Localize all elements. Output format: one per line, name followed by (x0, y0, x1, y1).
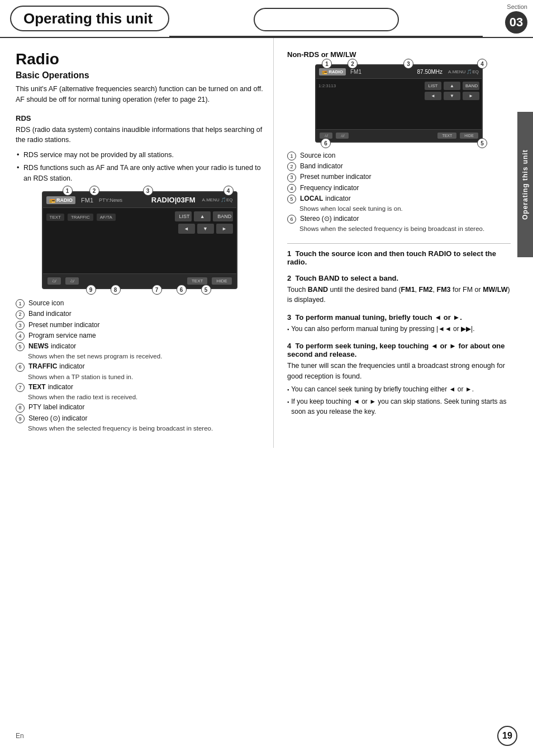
callout-2: 2 (89, 186, 99, 196)
left-column: Radio Basic Operations This unit's AF (a… (0, 38, 274, 448)
step-1: 1 Touch the source icon and then touch R… (287, 249, 511, 266)
step-4-bullet-2: If you keep touching ◄ or ► you can skip… (287, 396, 511, 417)
intro-text: This unit's AF (alternative frequencies … (16, 84, 263, 105)
nrds-ind-1: 1 Source icon (287, 150, 511, 161)
step-2: 2 Touch BAND to select a band. Touch BAN… (287, 274, 511, 306)
rds-indicator-list: 1 Source icon 2 Band indicator 3 Preset … (16, 298, 263, 433)
section-number: 03 (510, 15, 523, 30)
callout-8: 8 (111, 285, 121, 295)
nonrds-title: Non-RDS or MW/LW (287, 50, 511, 59)
side-tab: Operating this unit (517, 112, 533, 257)
header-center-pill (254, 8, 399, 31)
nrds-callout-3: 3 (403, 59, 413, 69)
right-column: Non-RDS or MW/LW 1 2 3 4 5 6 📻 RADIO FM1… (274, 38, 533, 448)
callout-9: 9 (86, 285, 96, 295)
rds-ind-3: 3 Preset number indicator (16, 320, 263, 330)
nrds-callout-2: 2 (348, 59, 358, 69)
step-3-bullet-1: You can also perform manual tuning by pr… (287, 324, 511, 334)
ss-mid: 1:2:3113 LIST ▲ BAND ◄ ▼ ► (316, 79, 482, 129)
rds-ind-9: 9 Stereo (⊙) indicator Shows when the se… (16, 413, 263, 433)
rds-screen-diagram: 📻 RADIO FM1 PTY:News RADIO|03FM A.MENU 🎵… (42, 191, 237, 289)
rds-ind-6: 6 TRAFFIC indicator Shows when a TP stat… (16, 361, 263, 381)
radio-section-title: Radio (16, 50, 263, 68)
screen-right-controls: LIST ▲ BAND ◄ ▼ ► (175, 208, 236, 273)
nrds-ind-4: 4 Frequency indicator (287, 183, 511, 193)
rds-bullet-1: RDS service may not be provided by all s… (16, 150, 263, 160)
nonrds-indicator-list: 1 Source icon 2 Band indicator 3 Preset … (287, 150, 511, 234)
page-title: Operating this unit (23, 10, 153, 27)
ss-bottom: ♫/ ♫/ TEXT HIDE (316, 129, 482, 141)
nrds-ind-6: 6 Stereo (⊙) indicator Shows when the se… (287, 214, 511, 234)
section-label: Section (507, 3, 527, 10)
section-number-badge: 03 (505, 11, 527, 34)
rds-ind-1: 1 Source icon (16, 298, 263, 309)
rds-ind-5: 5 NEWS indicator Shows when the set news… (16, 341, 263, 361)
ss-top: 📻 RADIO FM1 87.50MHz A.MENU 🎵EQ (316, 65, 482, 79)
callout-6: 6 (177, 285, 187, 295)
callout-4: 4 (223, 186, 234, 196)
step-4-bullet-1: You can cancel seek tuning by briefly to… (287, 384, 511, 394)
nrds-callout-5: 5 (477, 138, 487, 148)
step-4: 4 To perform seek tuning, keep touching … (287, 342, 511, 417)
section-divider (287, 243, 511, 244)
nrds-ind-2: 2 Band indicator (287, 161, 511, 172)
callout-5: 5 (201, 285, 211, 295)
rds-ind-7: 7 TEXT indicator Shows when the radio te… (16, 382, 263, 402)
page-header: Operating this unit Section 03 (0, 0, 533, 38)
rds-description: RDS (radio data system) contains inaudib… (16, 125, 263, 146)
nrds-callout-4: 4 (477, 59, 487, 69)
rds-diagram-wrap: 1 2 3 4 5 6 7 8 9 📻 RADIO FM1 PTY:News R… (34, 191, 246, 289)
nonrds-diagram-wrap: 1 2 3 4 5 6 📻 RADIO FM1 87.50MHz A.MENU … (310, 64, 488, 143)
callout-1: 1 (63, 186, 73, 196)
screen-middle: TEXT TRAFFIC AF/TA LIST ▲ BAND ◄ (43, 208, 236, 273)
ss-right-controls: LIST ▲ BAND ◄ ▼ ► (431, 79, 482, 129)
radio-icon: 📻 RADIO (46, 196, 76, 204)
nrds-callout-1: 1 (322, 59, 332, 69)
rds-bullet-list: RDS service may not be provided by all s… (16, 150, 263, 183)
rds-bullet-2: RDS functions such as AF and TA are only… (16, 163, 263, 184)
screen-left: TEXT TRAFFIC AF/TA (43, 208, 175, 273)
rds-ind-8: 8 PTY label indicator (16, 402, 263, 413)
nrds-callout-6: 6 (321, 138, 331, 148)
header-right: Section 03 (483, 0, 533, 37)
language-badge: En (16, 732, 24, 740)
header-mid (169, 0, 483, 37)
rds-ind-2: 2 Band indicator (16, 309, 263, 319)
page-number: 19 (497, 726, 517, 746)
nrds-ind-3: 3 Preset number indicator (287, 172, 511, 182)
nonrds-screen: 📻 RADIO FM1 87.50MHz A.MENU 🎵EQ 1:2:3113… (315, 64, 483, 143)
basic-ops-title: Basic Operations (16, 70, 263, 81)
screen-top-bar: 📻 RADIO FM1 PTY:News RADIO|03FM A.MENU 🎵… (43, 192, 236, 208)
callout-3: 3 (143, 186, 153, 196)
rds-ind-4: 4 Program service name (16, 330, 263, 341)
callout-7: 7 (152, 285, 162, 295)
title-pill: Operating this unit (10, 6, 169, 31)
page-footer: En 19 (0, 726, 533, 746)
nrds-ind-5: 5 LOCAL indicator Shows when local seek … (287, 193, 511, 214)
main-content: Radio Basic Operations This unit's AF (a… (0, 38, 533, 448)
step-3: 3 To perform manual tuning, briefly touc… (287, 313, 511, 334)
rds-title: RDS (16, 114, 263, 122)
